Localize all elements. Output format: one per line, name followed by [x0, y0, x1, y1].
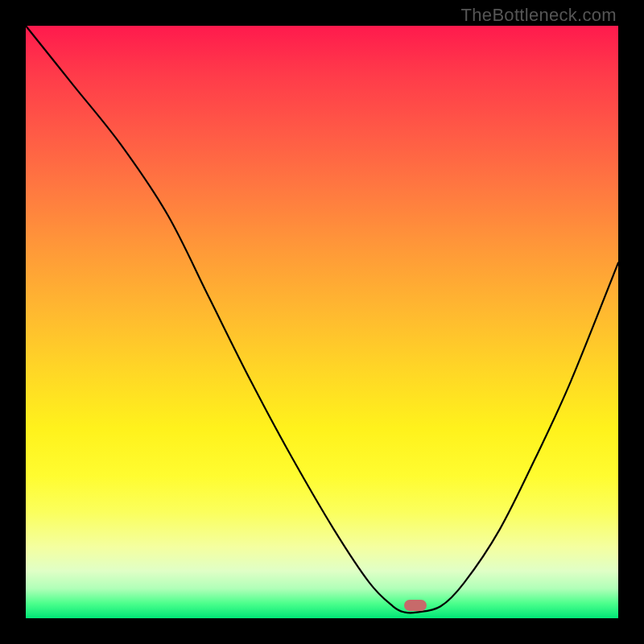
chart-frame: TheBottleneck.com	[0, 0, 644, 644]
watermark-text: TheBottleneck.com	[461, 5, 617, 26]
optimal-marker	[404, 600, 427, 611]
bottleneck-curve	[26, 26, 618, 618]
plot-area	[26, 26, 618, 618]
